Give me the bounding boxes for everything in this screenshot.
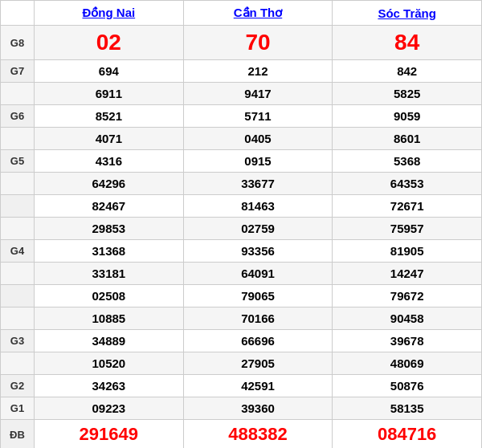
- cell-col3: 75957: [333, 218, 482, 240]
- table-row: G2342634259150876: [1, 375, 482, 397]
- cell-col2: 212: [183, 60, 333, 83]
- table-row: G6852157119059: [1, 105, 482, 128]
- cell-col1: 291649: [35, 420, 184, 449]
- cell-col1: 10520: [35, 352, 184, 375]
- row-label: [1, 83, 35, 105]
- table-row: 025087906579672: [1, 285, 482, 307]
- table-row: G1092233936058135: [1, 397, 482, 420]
- cell-col3: 14247: [333, 263, 482, 285]
- row-label: [1, 218, 35, 240]
- row-label: ĐB: [1, 420, 35, 449]
- row-label: [1, 173, 35, 195]
- row-label: [1, 307, 35, 330]
- row-label: G1: [1, 397, 35, 420]
- cell-col2: 02759: [183, 218, 333, 240]
- cell-col3: 90458: [333, 307, 482, 330]
- cell-col1: 694: [35, 60, 184, 83]
- row-label: G5: [1, 150, 35, 173]
- cell-col1: 4316: [35, 150, 184, 173]
- cell-col1: 64296: [35, 173, 184, 195]
- cell-col1: 09223: [35, 397, 184, 420]
- cell-col1: 02508: [35, 285, 184, 307]
- cell-col2: 70166: [183, 307, 333, 330]
- cell-col1: 29853: [35, 218, 184, 240]
- table-row: 105202790548069: [1, 352, 482, 375]
- table-row: 298530275975957: [1, 218, 482, 240]
- table-row: G7694212842: [1, 60, 482, 83]
- header-soc-trang: Sóc Trăng: [333, 1, 482, 26]
- cell-col2: 0405: [183, 128, 333, 150]
- cell-col2: 81463: [183, 195, 333, 218]
- cell-col1: 10885: [35, 307, 184, 330]
- row-label: [1, 352, 35, 375]
- cell-col1: 4071: [35, 128, 184, 150]
- cell-col2: 66696: [183, 330, 333, 352]
- table-row: ĐB291649488382084716: [1, 420, 482, 449]
- row-label: [1, 195, 35, 218]
- cell-col2: 0915: [183, 150, 333, 173]
- cell-col1: 6911: [35, 83, 184, 105]
- cell-col2: 39360: [183, 397, 333, 420]
- cell-col1: 34263: [35, 375, 184, 397]
- row-label: G8: [1, 26, 35, 60]
- cell-col3: 79672: [333, 285, 482, 307]
- cell-col1: 8521: [35, 105, 184, 128]
- cell-col3: 72671: [333, 195, 482, 218]
- cell-col3: 5825: [333, 83, 482, 105]
- cell-col1: 31368: [35, 240, 184, 263]
- cell-col3: 84: [333, 26, 482, 60]
- cell-col3: 39678: [333, 330, 482, 352]
- cell-col2: 64091: [183, 263, 333, 285]
- cell-col3: 9059: [333, 105, 482, 128]
- cell-col3: 084716: [333, 420, 482, 449]
- header-label: [1, 1, 35, 26]
- cell-col3: 81905: [333, 240, 482, 263]
- cell-col3: 5368: [333, 150, 482, 173]
- table-row: G4313689335681905: [1, 240, 482, 263]
- cell-col2: 9417: [183, 83, 333, 105]
- cell-col2: 27905: [183, 352, 333, 375]
- cell-col3: 64353: [333, 173, 482, 195]
- row-label: G4: [1, 240, 35, 263]
- header-row: Đồng Nai Cần Thơ Sóc Trăng: [1, 1, 482, 26]
- header-dong-nai: Đồng Nai: [35, 1, 184, 26]
- row-label: [1, 128, 35, 150]
- table-row: 642963367764353: [1, 173, 482, 195]
- cell-col2: 488382: [183, 420, 333, 449]
- cell-col3: 8601: [333, 128, 482, 150]
- cell-col2: 93356: [183, 240, 333, 263]
- table-row: 407104058601: [1, 128, 482, 150]
- table-row: 691194175825: [1, 83, 482, 105]
- row-label: G2: [1, 375, 35, 397]
- cell-col1: 34889: [35, 330, 184, 352]
- row-label: G6: [1, 105, 35, 128]
- row-label: G7: [1, 60, 35, 83]
- cell-col2: 70: [183, 26, 333, 60]
- table-row: 108857016690458: [1, 307, 482, 330]
- table-row: G8027084: [1, 26, 482, 60]
- cell-col2: 33677: [183, 173, 333, 195]
- cell-col1: 33181: [35, 263, 184, 285]
- table-row: G5431609155368: [1, 150, 482, 173]
- row-label: G3: [1, 330, 35, 352]
- cell-col2: 79065: [183, 285, 333, 307]
- row-label: [1, 263, 35, 285]
- table-row: G3348896669639678: [1, 330, 482, 352]
- cell-col3: 48069: [333, 352, 482, 375]
- table-row: 824678146372671: [1, 195, 482, 218]
- cell-col1: 82467: [35, 195, 184, 218]
- cell-col1: 02: [35, 26, 184, 60]
- table-row: 331816409114247: [1, 263, 482, 285]
- cell-col2: 42591: [183, 375, 333, 397]
- row-label: [1, 285, 35, 307]
- lottery-table: Đồng Nai Cần Thơ Sóc Trăng G8027084G7694…: [0, 0, 482, 448]
- header-can-tho: Cần Thơ: [183, 1, 333, 26]
- cell-col2: 5711: [183, 105, 333, 128]
- cell-col3: 842: [333, 60, 482, 83]
- cell-col3: 50876: [333, 375, 482, 397]
- cell-col3: 58135: [333, 397, 482, 420]
